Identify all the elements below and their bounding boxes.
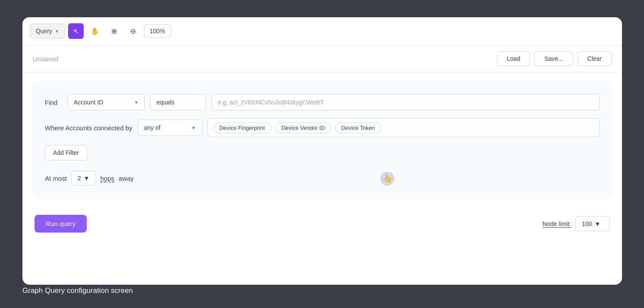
any-of-chevron-icon: ▼ xyxy=(192,126,196,130)
bottom-bar: Run query Node limit: 100 ▼ xyxy=(22,207,622,240)
away-label: away xyxy=(119,175,134,182)
account-id-label: Account ID xyxy=(74,99,103,106)
query-builder-area: Find Account ID ▼ equals e.g. act_zVbXMC… xyxy=(33,81,612,198)
header-actions: Load Save... Clear xyxy=(497,51,612,66)
find-row: Find Account ID ▼ equals e.g. act_zVbXMC… xyxy=(45,94,600,110)
zoom-display: 100% xyxy=(144,24,171,38)
node-limit-value: 100 xyxy=(582,220,592,227)
account-id-dropdown[interactable]: Account ID ▼ xyxy=(67,94,145,110)
zoom-in-icon: ⊕ xyxy=(111,27,117,35)
header-bar: Unsaved Load Save... Clear xyxy=(22,45,622,72)
query-dropdown-label: Query xyxy=(36,28,52,35)
clear-button[interactable]: Clear xyxy=(578,51,612,66)
zoom-out-icon: ⊖ xyxy=(130,27,136,35)
hops-value: 2 xyxy=(78,175,81,182)
where-label: Where Accounts connected by xyxy=(45,124,132,132)
zoom-in-button[interactable]: ⊕ xyxy=(106,23,122,39)
hand-tool-button[interactable]: ✋ xyxy=(87,23,103,39)
hops-chevron-icon: ▼ xyxy=(84,175,90,182)
tag-device-fingerprint[interactable]: Device Fingerprint xyxy=(213,123,272,133)
any-of-label: any of xyxy=(144,124,160,131)
tags-container: Device Fingerprint Device Vendor ID Devi… xyxy=(207,118,600,137)
where-row: Where Accounts connected by any of ▼ Dev… xyxy=(45,118,600,137)
node-limit-container: Node limit: 100 ▼ xyxy=(543,217,610,231)
hops-dropdown[interactable]: 2 ▼ xyxy=(71,171,96,185)
run-query-button[interactable]: Run query xyxy=(35,215,87,233)
tag-device-vendor-id[interactable]: Device Vendor ID xyxy=(275,123,331,133)
any-of-dropdown[interactable]: any of ▼ xyxy=(138,119,202,136)
add-filter-button[interactable]: Add Filter xyxy=(45,145,87,160)
account-id-chevron-icon: ▼ xyxy=(134,100,138,105)
load-button[interactable]: Load xyxy=(497,51,530,66)
select-tool-button[interactable]: ↖ xyxy=(68,23,84,39)
page-caption: Graph Query configuration screen xyxy=(22,286,133,295)
node-limit-dropdown[interactable]: 100 ▼ xyxy=(575,217,610,231)
account-id-input[interactable]: e.g. act_zVbXMCv5oJioB4zkygCWetbT xyxy=(211,94,600,110)
hops-label: hops xyxy=(101,175,115,182)
find-label: Find xyxy=(45,99,62,106)
unsaved-label: Unsaved xyxy=(33,55,58,63)
hand-icon: ✋ xyxy=(91,27,99,35)
toolbar: Query ▼ ↖ ✋ ⊕ ⊖ 100% xyxy=(22,17,622,45)
chevron-down-icon: ▼ xyxy=(55,29,59,34)
save-button[interactable]: Save... xyxy=(534,51,573,66)
node-limit-chevron-icon: ▼ xyxy=(594,220,600,227)
hops-row: At most 2 ▼ hops away xyxy=(45,171,600,185)
node-limit-label: Node limit: xyxy=(543,220,571,227)
main-panel: Query ▼ ↖ ✋ ⊕ ⊖ 100% Unsaved Load Save..… xyxy=(22,17,622,285)
zoom-out-button[interactable]: ⊖ xyxy=(125,23,141,39)
at-most-label: At most xyxy=(45,175,67,182)
query-dropdown[interactable]: Query ▼ xyxy=(30,24,65,38)
cursor-icon: ↖ xyxy=(73,27,79,35)
tag-device-token[interactable]: Device Token xyxy=(335,123,381,133)
equals-field: equals xyxy=(150,94,206,110)
